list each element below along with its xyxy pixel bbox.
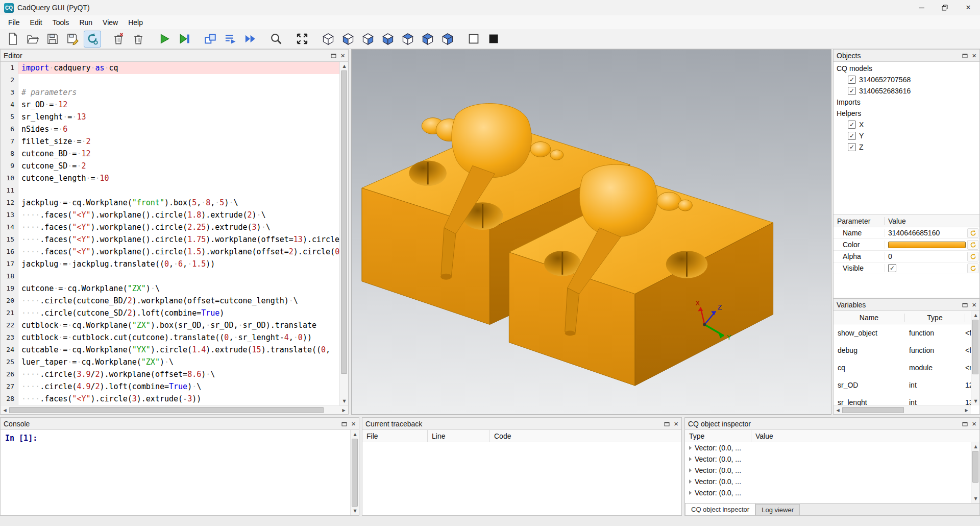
shaded-button[interactable]	[485, 31, 502, 47]
reset-value-button[interactable]	[967, 228, 978, 238]
column-header[interactable]: File	[362, 430, 428, 442]
scroll-up-icon[interactable]: ▲	[971, 442, 979, 451]
objects-tree[interactable]: CQ models✓3140652707568✓3140652683616Imp…	[834, 62, 979, 215]
checkbox[interactable]: ✓	[848, 143, 856, 151]
menu-file[interactable]: File	[3, 17, 25, 28]
float-panel-icon[interactable]	[664, 421, 670, 426]
view-top-button[interactable]	[419, 31, 436, 47]
scrollbar-thumb[interactable]	[842, 407, 904, 413]
scroll-left-icon[interactable]: ◀	[1, 406, 9, 415]
restore-button[interactable]	[933, 0, 957, 15]
tree-item-imports[interactable]: Imports	[834, 97, 979, 108]
inspector-vscrollbar[interactable]: ▲ ▼	[971, 442, 979, 503]
reset-value-button[interactable]	[967, 240, 978, 250]
tree-item-3140652683616[interactable]: ✓3140652683616	[834, 85, 979, 97]
close-button[interactable]: ×	[957, 0, 980, 15]
menu-tools[interactable]: Tools	[47, 17, 75, 28]
tree-item-z[interactable]: ✓Z	[834, 141, 979, 153]
expand-icon[interactable]	[689, 468, 692, 472]
scroll-down-icon[interactable]: ▼	[340, 397, 348, 405]
scroll-up-icon[interactable]: ▲	[351, 430, 359, 439]
variable-row[interactable]: sr_ODint12	[834, 376, 979, 394]
inspector-row[interactable]: Vector: (0.0, ...	[685, 465, 971, 476]
close-panel-icon[interactable]: ×	[972, 52, 976, 59]
float-panel-icon[interactable]	[331, 53, 336, 58]
step-into-button[interactable]	[222, 31, 239, 47]
view-front-button[interactable]	[339, 31, 357, 47]
expand-icon[interactable]	[689, 446, 692, 450]
editor-hscrollbar[interactable]: ◀ ▶	[1, 405, 348, 414]
property-value[interactable]: 0	[885, 252, 967, 260]
scrollbar-thumb[interactable]	[341, 70, 347, 374]
inspector-row[interactable]: Vector: (0.0, ...	[685, 453, 971, 465]
scroll-down-icon[interactable]: ▼	[971, 397, 979, 405]
variable-row[interactable]: cqmodule<m	[834, 359, 979, 376]
column-header[interactable]: Code	[490, 430, 681, 442]
save-button[interactable]	[44, 31, 61, 47]
scrollbar-thumb[interactable]	[972, 451, 978, 483]
property-value[interactable]: 3140646685160	[885, 229, 967, 237]
scroll-down-icon[interactable]: ▼	[351, 507, 359, 515]
menu-help[interactable]: Help	[123, 17, 148, 28]
scroll-down-icon[interactable]: ▼	[971, 494, 979, 503]
float-panel-icon[interactable]	[962, 302, 968, 307]
save-as-button[interactable]	[64, 31, 81, 47]
new-script-button[interactable]	[4, 31, 21, 47]
column-header[interactable]: Name	[834, 314, 905, 322]
open-script-button[interactable]	[24, 31, 41, 47]
view-bottom-button[interactable]	[439, 31, 456, 47]
color-swatch[interactable]	[888, 242, 966, 248]
column-header[interactable]: Type	[905, 314, 965, 322]
scroll-left-icon[interactable]: ◀	[834, 406, 842, 414]
viewport-3d[interactable]: X Z Y	[351, 49, 831, 415]
checkbox[interactable]: ✓	[888, 264, 896, 272]
tree-item-helpers[interactable]: Helpers	[834, 108, 979, 119]
close-panel-icon[interactable]: ×	[972, 420, 976, 427]
view-back-button[interactable]	[359, 31, 377, 47]
checkbox[interactable]: ✓	[848, 76, 856, 84]
expand-icon[interactable]	[689, 457, 692, 461]
debug-button[interactable]	[176, 31, 193, 47]
render-button[interactable]	[156, 31, 173, 47]
inspector-row[interactable]: Vector: (0.0, ...	[685, 476, 971, 487]
variable-row[interactable]: debugfunction<f	[834, 342, 979, 359]
menu-view[interactable]: View	[97, 17, 123, 28]
column-header[interactable]: Value	[751, 430, 979, 442]
scroll-up-icon[interactable]: ▲	[971, 311, 979, 320]
scrollbar-thumb[interactable]	[9, 407, 324, 413]
tree-item-x[interactable]: ✓X	[834, 119, 979, 130]
view-iso-button[interactable]	[320, 31, 337, 47]
tree-item-y[interactable]: ✓Y	[834, 130, 979, 141]
expand-icon[interactable]	[689, 491, 692, 495]
inspector-row[interactable]: Vector: (0.0, ...	[685, 487, 971, 498]
autoreload-toggle[interactable]	[84, 31, 101, 47]
view-left-button[interactable]	[379, 31, 397, 47]
menu-edit[interactable]: Edit	[25, 17, 47, 28]
scrollbar-thumb[interactable]	[352, 439, 358, 507]
wireframe-button[interactable]	[465, 31, 482, 47]
variable-row[interactable]: show_objectfunction<f	[834, 324, 979, 342]
column-header[interactable]: Type	[685, 430, 751, 442]
float-panel-icon[interactable]	[962, 421, 968, 426]
continue-button[interactable]	[241, 31, 259, 47]
scrollbar-thumb[interactable]	[972, 320, 978, 374]
float-panel-icon[interactable]	[341, 421, 347, 426]
reset-value-button[interactable]	[967, 252, 978, 261]
minimize-button[interactable]	[910, 0, 933, 15]
column-header[interactable]: Value	[885, 217, 979, 225]
delete-all-button[interactable]	[130, 31, 147, 47]
float-panel-icon[interactable]	[962, 53, 968, 58]
console-vscrollbar[interactable]: ▲ ▼	[350, 430, 359, 515]
fit-all-button[interactable]	[293, 31, 311, 47]
variables-vscrollbar[interactable]: ▲ ▼	[971, 311, 979, 405]
close-panel-icon[interactable]: ×	[674, 420, 678, 427]
step-over-button[interactable]	[202, 31, 219, 47]
inspector-row[interactable]: Vector: (0.0, ...	[685, 442, 971, 453]
variables-hscrollbar[interactable]: ◀ ▶	[834, 405, 971, 414]
column-header[interactable]: Line	[428, 430, 490, 442]
tab-log-viewer[interactable]: Log viewer	[755, 504, 800, 515]
menu-run[interactable]: Run	[74, 17, 97, 28]
expand-icon[interactable]	[689, 480, 692, 484]
scroll-right-icon[interactable]: ▶	[339, 406, 348, 415]
console-input-area[interactable]: In [1]:	[1, 430, 350, 515]
